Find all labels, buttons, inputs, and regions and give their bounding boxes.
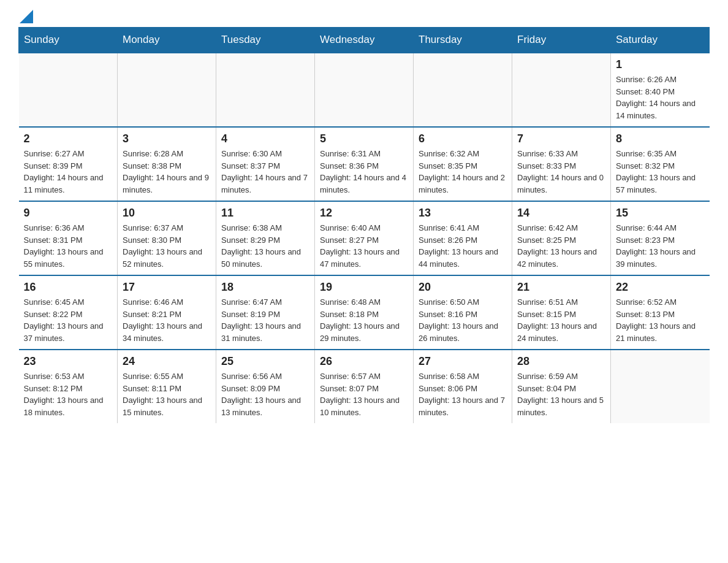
calendar-day-cell: 7Sunrise: 6:33 AMSunset: 8:33 PMDaylight… [512, 127, 611, 201]
day-info: Sunrise: 6:56 AMSunset: 8:09 PMDaylight:… [221, 370, 309, 418]
calendar-table: SundayMondayTuesdayWednesdayThursdayFrid… [18, 27, 710, 423]
sunrise-text: Sunrise: 6:53 AM [24, 372, 85, 381]
day-info: Sunrise: 6:32 AMSunset: 8:35 PMDaylight:… [419, 148, 507, 196]
header-saturday: Saturday [611, 28, 710, 53]
daylight-text: Daylight: 14 hours and 9 minutes. [123, 173, 209, 194]
daylight-text: Daylight: 13 hours and 10 minutes. [320, 396, 400, 417]
day-number: 6 [419, 132, 507, 145]
day-number: 3 [123, 132, 211, 145]
daylight-text: Daylight: 13 hours and 47 minutes. [320, 247, 400, 269]
sunrise-text: Sunrise: 6:36 AM [24, 223, 85, 232]
day-number: 16 [24, 281, 113, 294]
calendar-day-cell: 12Sunrise: 6:40 AMSunset: 8:27 PMDayligh… [315, 201, 414, 275]
calendar-day-cell: 27Sunrise: 6:58 AMSunset: 8:06 PMDayligh… [414, 350, 512, 423]
day-info: Sunrise: 6:42 AMSunset: 8:25 PMDaylight:… [517, 222, 605, 270]
sunrise-text: Sunrise: 6:44 AM [616, 223, 677, 232]
day-info: Sunrise: 6:36 AMSunset: 8:31 PMDaylight:… [24, 222, 113, 270]
calendar-day-cell: 14Sunrise: 6:42 AMSunset: 8:25 PMDayligh… [512, 201, 611, 275]
daylight-text: Daylight: 13 hours and 7 minutes. [419, 396, 505, 417]
sunrise-text: Sunrise: 6:56 AM [221, 372, 282, 381]
sunrise-text: Sunrise: 6:40 AM [320, 223, 381, 232]
sunset-text: Sunset: 8:26 PM [419, 236, 477, 245]
day-number: 8 [616, 132, 705, 145]
daylight-text: Daylight: 14 hours and 14 minutes. [616, 99, 696, 120]
daylight-text: Daylight: 13 hours and 5 minutes. [517, 396, 604, 417]
sunrise-text: Sunrise: 6:35 AM [616, 149, 677, 158]
sunrise-text: Sunrise: 6:48 AM [320, 297, 381, 307]
sunset-text: Sunset: 8:31 PM [24, 236, 83, 245]
sunrise-text: Sunrise: 6:57 AM [320, 372, 381, 381]
calendar-day-cell: 28Sunrise: 6:59 AMSunset: 8:04 PMDayligh… [512, 350, 611, 423]
sunset-text: Sunset: 8:12 PM [24, 384, 83, 393]
calendar-day-cell [512, 53, 611, 127]
day-number: 15 [616, 207, 705, 220]
daylight-text: Daylight: 14 hours and 4 minutes. [320, 173, 406, 194]
day-info: Sunrise: 6:35 AMSunset: 8:32 PMDaylight:… [616, 148, 705, 196]
sunrise-text: Sunrise: 6:38 AM [221, 223, 282, 232]
sunset-text: Sunset: 8:23 PM [616, 236, 675, 245]
day-info: Sunrise: 6:30 AMSunset: 8:37 PMDaylight:… [221, 148, 309, 196]
day-number: 11 [221, 207, 309, 220]
day-info: Sunrise: 6:33 AMSunset: 8:33 PMDaylight:… [517, 148, 605, 196]
calendar-week-row: 1Sunrise: 6:26 AMSunset: 8:40 PMDaylight… [19, 53, 710, 127]
sunset-text: Sunset: 8:04 PM [517, 384, 576, 393]
calendar-week-row: 23Sunrise: 6:53 AMSunset: 8:12 PMDayligh… [19, 350, 710, 423]
daylight-text: Daylight: 13 hours and 29 minutes. [320, 321, 400, 343]
day-info: Sunrise: 6:27 AMSunset: 8:39 PMDaylight:… [24, 148, 113, 196]
day-number: 1 [616, 58, 705, 71]
page-header [18, 12, 710, 21]
day-number: 13 [419, 207, 507, 220]
daylight-text: Daylight: 13 hours and 15 minutes. [123, 396, 202, 417]
calendar-day-cell: 24Sunrise: 6:55 AMSunset: 8:11 PMDayligh… [118, 350, 216, 423]
sunrise-text: Sunrise: 6:26 AM [616, 75, 677, 84]
calendar-day-cell: 16Sunrise: 6:45 AMSunset: 8:22 PMDayligh… [19, 275, 118, 350]
daylight-text: Daylight: 13 hours and 50 minutes. [221, 247, 301, 269]
day-number: 2 [24, 132, 113, 145]
calendar-day-cell [414, 53, 512, 127]
calendar-day-cell: 23Sunrise: 6:53 AMSunset: 8:12 PMDayligh… [19, 350, 118, 423]
sunrise-text: Sunrise: 6:59 AM [517, 372, 578, 381]
daylight-text: Daylight: 13 hours and 31 minutes. [221, 321, 301, 343]
daylight-text: Daylight: 14 hours and 0 minutes. [517, 173, 604, 194]
sunset-text: Sunset: 8:22 PM [24, 310, 83, 319]
calendar-day-cell: 6Sunrise: 6:32 AMSunset: 8:35 PMDaylight… [414, 127, 512, 201]
day-info: Sunrise: 6:58 AMSunset: 8:06 PMDaylight:… [419, 370, 507, 418]
sunrise-text: Sunrise: 6:47 AM [221, 297, 282, 307]
day-info: Sunrise: 6:28 AMSunset: 8:38 PMDaylight:… [123, 148, 211, 196]
day-number: 18 [221, 281, 309, 294]
sunset-text: Sunset: 8:09 PM [221, 384, 280, 393]
sunset-text: Sunset: 8:27 PM [320, 236, 379, 245]
day-info: Sunrise: 6:57 AMSunset: 8:07 PMDaylight:… [320, 370, 408, 418]
day-number: 7 [517, 132, 605, 145]
sunset-text: Sunset: 8:35 PM [419, 161, 477, 170]
sunrise-text: Sunrise: 6:58 AM [419, 372, 479, 381]
header-tuesday: Tuesday [216, 28, 315, 53]
day-number: 22 [616, 281, 705, 294]
sunrise-text: Sunrise: 6:37 AM [123, 223, 183, 232]
sunrise-text: Sunrise: 6:30 AM [221, 149, 282, 158]
sunset-text: Sunset: 8:30 PM [123, 236, 181, 245]
daylight-text: Daylight: 13 hours and 39 minutes. [616, 247, 696, 269]
calendar-day-cell: 11Sunrise: 6:38 AMSunset: 8:29 PMDayligh… [216, 201, 315, 275]
sunset-text: Sunset: 8:06 PM [419, 384, 477, 393]
calendar-day-cell: 9Sunrise: 6:36 AMSunset: 8:31 PMDaylight… [19, 201, 118, 275]
day-number: 4 [221, 132, 309, 145]
sunset-text: Sunset: 8:07 PM [320, 384, 379, 393]
calendar-day-cell: 15Sunrise: 6:44 AMSunset: 8:23 PMDayligh… [611, 201, 710, 275]
calendar-day-cell: 18Sunrise: 6:47 AMSunset: 8:19 PMDayligh… [216, 275, 315, 350]
daylight-text: Daylight: 13 hours and 52 minutes. [123, 247, 202, 269]
header-thursday: Thursday [414, 28, 512, 53]
sunset-text: Sunset: 8:33 PM [517, 161, 576, 170]
sunrise-text: Sunrise: 6:46 AM [123, 297, 183, 307]
daylight-text: Daylight: 13 hours and 21 minutes. [616, 321, 696, 343]
sunset-text: Sunset: 8:21 PM [123, 310, 181, 319]
day-info: Sunrise: 6:59 AMSunset: 8:04 PMDaylight:… [517, 370, 605, 418]
header-monday: Monday [118, 28, 216, 53]
calendar-day-cell: 2Sunrise: 6:27 AMSunset: 8:39 PMDaylight… [19, 127, 118, 201]
day-number: 9 [24, 207, 113, 220]
sunset-text: Sunset: 8:16 PM [419, 310, 477, 319]
daylight-text: Daylight: 13 hours and 44 minutes. [419, 247, 498, 269]
calendar-week-row: 2Sunrise: 6:27 AMSunset: 8:39 PMDaylight… [19, 127, 710, 201]
day-info: Sunrise: 6:50 AMSunset: 8:16 PMDaylight:… [419, 296, 507, 344]
calendar-day-cell: 21Sunrise: 6:51 AMSunset: 8:15 PMDayligh… [512, 275, 611, 350]
